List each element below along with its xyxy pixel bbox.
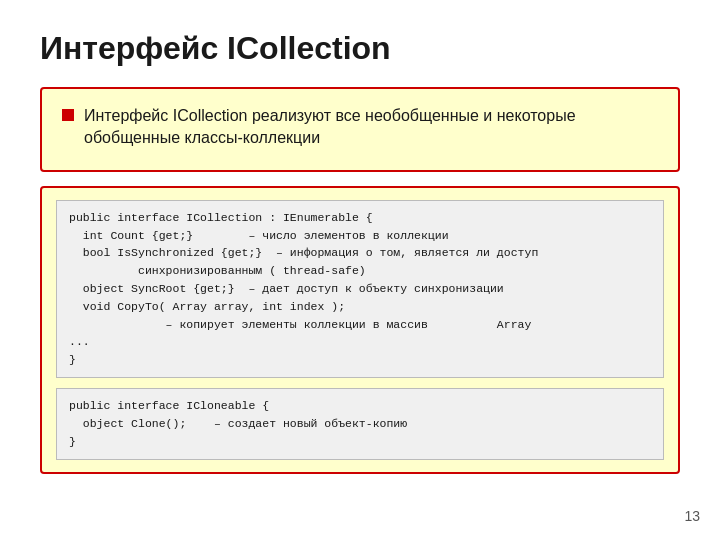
description-box: Интерфейс ICollection реализуют все необ… [40, 87, 680, 172]
codes-wrapper: public interface ICollection : IEnumerab… [40, 186, 680, 474]
slide-title: Интерфейс ICollection [40, 30, 680, 67]
bullet-text: Интерфейс ICollection реализуют все необ… [84, 105, 658, 150]
page-number: 13 [684, 508, 700, 524]
bullet-item: Интерфейс ICollection реализуют все необ… [62, 105, 658, 150]
code-block-1: public interface ICollection : IEnumerab… [56, 200, 664, 378]
bullet-icon [62, 109, 74, 121]
slide-container: Интерфейс ICollection Интерфейс ICollect… [0, 0, 720, 540]
code-block-2: public interface ICloneable { object Clo… [56, 388, 664, 459]
